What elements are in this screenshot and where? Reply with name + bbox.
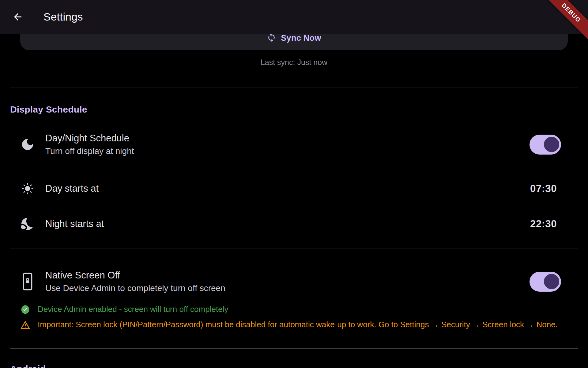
settings-screen: Sync Now Last sync: Just now Display Sch… [0,0,588,368]
day-night-schedule-toggle[interactable] [530,135,561,155]
day-start-time-value: 07:30 [530,183,557,194]
toggle-thumb [544,137,559,152]
native-screen-off-row[interactable]: Native Screen Off Use Device Admin to co… [20,264,561,299]
day-night-schedule-row[interactable]: Day/Night Schedule Turn off display at n… [20,129,561,160]
app-bar: Settings [0,0,588,34]
screen-lock-warning: Important: Screen lock (PIN/Pattern/Pass… [20,318,568,332]
device-admin-status-text: Device Admin enabled - screen will turn … [38,305,228,314]
phone-lock-icon [20,272,36,291]
native-screen-off-toggle[interactable] [530,272,561,292]
display-schedule-header: Display Schedule [10,104,87,115]
moon-cloud-icon [20,217,36,231]
divider [10,348,578,349]
day-starts-at-row[interactable]: Day starts at 07:30 [20,176,561,201]
arrow-left-icon [12,11,23,22]
night-start-time-value: 22:30 [530,218,557,230]
toggle-thumb [544,274,559,289]
screen-lock-warning-text: Important: Screen lock (PIN/Pattern/Pass… [38,320,558,329]
page-title: Settings [43,11,83,23]
last-sync-status: Last sync: Just now [0,58,588,67]
divider [10,87,578,87]
device-admin-status: Device Admin enabled - screen will turn … [20,303,568,316]
divider [10,248,578,248]
native-screen-off-title: Native Screen Off [45,270,530,281]
night-starts-at-row[interactable]: Night starts at 22:30 [20,211,561,237]
check-circle-icon [20,305,31,315]
sun-icon [20,182,36,196]
day-starts-at-label: Day starts at [45,183,99,194]
sync-now-label: Sync Now [281,33,321,43]
warning-triangle-icon [20,320,31,330]
day-night-schedule-subtitle: Turn off display at night [45,146,530,156]
day-night-schedule-title: Day/Night Schedule [45,133,530,144]
back-button[interactable] [11,10,24,24]
crescent-moon-icon [20,137,36,152]
android-section-header: Android [10,364,46,368]
sync-arrows-icon [267,33,276,44]
night-starts-at-label: Night starts at [45,218,104,229]
native-screen-off-subtitle: Use Device Admin to completely turn off … [45,283,530,293]
